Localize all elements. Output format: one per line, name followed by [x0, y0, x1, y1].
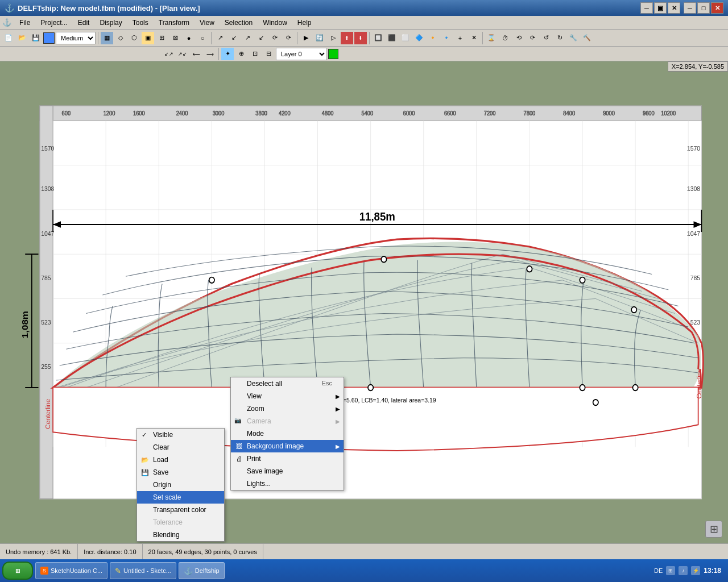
tool-6[interactable]: ⊠ — [169, 32, 181, 44]
tool-5[interactable]: ⊞ — [155, 32, 168, 44]
tool-24[interactable]: 🔸 — [427, 32, 439, 44]
ctx-origin[interactable]: Origin — [137, 479, 224, 491]
layer-tool-8[interactable]: ⊟ — [262, 48, 275, 60]
layer-color-swatch[interactable] — [328, 49, 338, 59]
ctx-tolerance[interactable]: Tolerance — [137, 516, 224, 529]
svg-point-55 — [209, 277, 214, 283]
svg-point-61 — [632, 385, 638, 390]
layer-tool-4[interactable]: ⟶ — [204, 48, 216, 60]
ctx-save-icon: 💾 — [140, 468, 150, 477]
tool-21[interactable]: ⬛ — [386, 32, 398, 44]
sub-minimize-button[interactable]: ─ — [640, 2, 653, 14]
tool-19[interactable]: ⬇ — [354, 32, 367, 44]
ctx-set-scale[interactable]: Set scale — [137, 491, 224, 504]
tool-12[interactable]: ↙ — [255, 32, 267, 44]
tool-18[interactable]: ⬆ — [341, 32, 353, 44]
tool-16[interactable]: 🔄 — [313, 32, 326, 44]
tool-27[interactable]: ✕ — [468, 32, 480, 44]
tool-13[interactable]: ⟳ — [268, 32, 281, 44]
tool-9[interactable]: ↗ — [214, 32, 226, 44]
new-button[interactable]: 📄 — [2, 32, 15, 44]
tool-1[interactable]: ▦ — [101, 32, 113, 44]
separator-1 — [98, 32, 98, 44]
tool-15[interactable]: ▶ — [300, 32, 312, 44]
svg-text:523: 523 — [41, 319, 51, 326]
save-toolbar-button[interactable]: 💾 — [30, 32, 42, 44]
tool-10[interactable]: ↙ — [228, 32, 240, 44]
tool-26[interactable]: + — [454, 32, 466, 44]
menu-item-edit[interactable]: Edit — [73, 18, 94, 28]
menu-item-view[interactable]: View — [195, 18, 219, 28]
svg-text:9000: 9000 — [603, 110, 615, 117]
layer-tool-7[interactable]: ⊡ — [249, 48, 261, 60]
ctx-background-image[interactable]: 🖼 Background image ▶ — [231, 440, 344, 452]
taskbar-delftship[interactable]: ⚓ Delftship — [179, 562, 225, 579]
taskbar-untitled[interactable]: ✎ Untitled - Sketc... — [110, 562, 176, 579]
tool-25[interactable]: 🔹 — [440, 32, 453, 44]
tool-22[interactable]: ⬜ — [399, 32, 412, 44]
menu-item-display[interactable]: Display — [95, 18, 126, 28]
tool-31[interactable]: ⟳ — [526, 32, 539, 44]
ctx-print[interactable]: 🖨 Print — [231, 452, 344, 465]
ctx-save-image[interactable]: Save image — [231, 465, 344, 477]
ctx-blending[interactable]: Blending — [137, 529, 224, 541]
maximize-button[interactable]: □ — [697, 2, 710, 14]
menu-item-window[interactable]: Window — [258, 18, 292, 28]
sketchucation-icon: S — [40, 567, 48, 575]
tool-33[interactable]: ↻ — [553, 32, 566, 44]
layer-dropdown[interactable]: Layer 0 — [276, 48, 327, 60]
ctx-visible[interactable]: ✓ Visible — [137, 429, 224, 441]
tool-23[interactable]: 🔷 — [413, 32, 425, 44]
layer-tool-6[interactable]: ⊕ — [235, 48, 247, 60]
menu-item-help[interactable]: Help — [293, 18, 316, 28]
ctx-deselect-all[interactable]: Deselect all Esc — [231, 377, 344, 390]
ctx-transparent-color[interactable]: Transparent color — [137, 504, 224, 516]
menu-item-selection[interactable]: Selection — [220, 18, 257, 28]
tool-32[interactable]: ↺ — [540, 32, 552, 44]
tool-30[interactable]: ⟲ — [512, 32, 525, 44]
svg-point-57 — [527, 266, 532, 272]
tool-20[interactable]: 🔲 — [372, 32, 384, 44]
tool-7[interactable]: ● — [183, 32, 195, 44]
sub-close-button[interactable]: ✕ — [668, 2, 680, 14]
ctx-load[interactable]: 📂 Load — [137, 454, 224, 466]
ctx-camera[interactable]: 📷 Camera ▶ — [231, 415, 344, 427]
ctx-save[interactable]: 💾 Save — [137, 466, 224, 479]
taskbar-sketchucation[interactable]: S SketchUcation C... — [35, 562, 107, 579]
ctx-clear[interactable]: Clear — [137, 441, 224, 454]
close-button[interactable]: ✕ — [711, 2, 723, 14]
ctx-view[interactable]: View ▶ — [231, 390, 344, 402]
tool-14[interactable]: ⟳ — [282, 32, 295, 44]
tool-35[interactable]: 🔨 — [581, 32, 593, 44]
svg-text:1600: 1600 — [133, 110, 145, 117]
canvas-area[interactable]: X=2.854, Y=-0.585 600 1200 1600 2400 300… — [0, 61, 728, 543]
ctx-zoom[interactable]: Zoom ▶ — [231, 402, 344, 415]
tool-4[interactable]: ▣ — [142, 32, 154, 44]
tool-8[interactable]: ○ — [196, 32, 209, 44]
sub-restore-button[interactable]: ▣ — [654, 2, 667, 14]
layer-tool-1[interactable]: ↙↗ — [163, 48, 175, 60]
tool-28[interactable]: ⌛ — [485, 32, 498, 44]
menu-item-transform[interactable]: Transform — [154, 18, 194, 28]
layer-tool-2[interactable]: ↗↙ — [176, 48, 189, 60]
tool-29[interactable]: ⏱ — [499, 32, 511, 44]
svg-text:600: 600 — [62, 110, 71, 117]
menu-item-file[interactable]: File — [15, 18, 35, 28]
ctx-bg-icon: 🖼 — [234, 442, 243, 451]
ctx-lights[interactable]: Lights... — [231, 477, 344, 490]
quality-dropdown[interactable]: Medium — [56, 32, 96, 44]
minimize-button[interactable]: ─ — [684, 2, 696, 14]
tool-34[interactable]: 🔧 — [567, 32, 580, 44]
layer-tool-5[interactable]: ✦ — [221, 48, 234, 60]
menu-item-project...[interactable]: Project... — [36, 18, 72, 28]
open-button[interactable]: 📂 — [16, 32, 28, 44]
tool-2[interactable]: ◇ — [114, 32, 127, 44]
tool-17[interactable]: ▷ — [327, 32, 340, 44]
ctx-mode[interactable]: Mode — [231, 427, 344, 440]
separator-3 — [297, 32, 297, 44]
start-button[interactable]: ⊞ — [2, 562, 33, 580]
tool-11[interactable]: ↗ — [241, 32, 254, 44]
menu-item-tools[interactable]: Tools — [128, 18, 153, 28]
layer-tool-3[interactable]: ⟵ — [190, 48, 202, 60]
tool-3[interactable]: ⬡ — [128, 32, 140, 44]
